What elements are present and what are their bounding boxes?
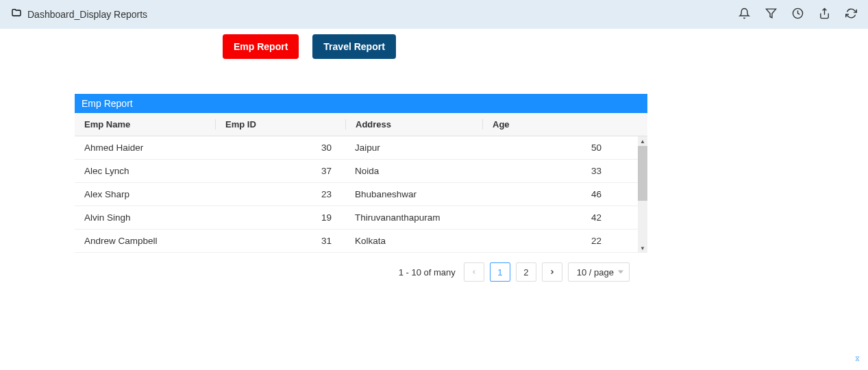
cell-addr: Thiruvananthapuram bbox=[345, 212, 482, 223]
refresh-icon[interactable] bbox=[845, 8, 857, 22]
cell-age: 33 bbox=[482, 166, 612, 176]
cell-id: 19 bbox=[215, 212, 345, 223]
clock-icon[interactable] bbox=[792, 8, 804, 22]
cell-addr: Jaipur bbox=[345, 143, 482, 153]
table-row: Alex Sharp 23 Bhubaneshwar 46 bbox=[75, 183, 638, 206]
cell-addr: Bhubaneshwar bbox=[345, 189, 482, 199]
cell-addr: Kolkata bbox=[345, 236, 482, 246]
col-header-age[interactable]: Age bbox=[482, 119, 612, 130]
table-rows: Ahmed Haider 30 Jaipur 50 Alec Lynch 37 … bbox=[75, 136, 638, 253]
pager-page-1[interactable]: 1 bbox=[490, 262, 510, 282]
cell-id: 37 bbox=[215, 166, 345, 176]
share-icon[interactable] bbox=[819, 8, 830, 22]
table-row: Andrew Campbell 31 Kolkata 22 bbox=[75, 230, 638, 253]
col-header-address[interactable]: Address bbox=[345, 119, 482, 130]
filter-icon[interactable] bbox=[765, 8, 777, 22]
cell-id: 23 bbox=[215, 189, 345, 199]
cell-name: Alec Lynch bbox=[75, 166, 215, 176]
col-header-name[interactable]: Emp Name bbox=[75, 119, 215, 130]
table-row: Alvin Singh 19 Thiruvananthapuram 42 bbox=[75, 206, 638, 230]
pager-prev[interactable] bbox=[464, 262, 484, 282]
header-icons bbox=[739, 8, 857, 22]
travel-report-tab[interactable]: Travel Report bbox=[312, 34, 395, 59]
pager-size-label: 10 / page bbox=[577, 267, 614, 278]
emp-report-panel: Emp Report Emp Name Emp ID Address Age A… bbox=[75, 94, 647, 253]
cell-addr: Noida bbox=[345, 166, 482, 176]
tabs: Emp Report Travel Report bbox=[0, 29, 868, 59]
pager: 1 - 10 of many 1 2 10 / page bbox=[75, 253, 647, 282]
cell-age: 50 bbox=[482, 143, 612, 153]
corner-widget-icon[interactable]: ⧖ bbox=[855, 355, 860, 363]
cell-age: 22 bbox=[482, 236, 612, 246]
cell-id: 30 bbox=[215, 143, 345, 153]
col-header-id[interactable]: Emp ID bbox=[215, 119, 345, 130]
cell-age: 42 bbox=[482, 212, 612, 223]
scroll-up-icon[interactable]: ▲ bbox=[638, 136, 647, 146]
pager-page-2[interactable]: 2 bbox=[516, 262, 536, 282]
table-row: Ahmed Haider 30 Jaipur 50 bbox=[75, 136, 638, 160]
scroll-down-icon[interactable]: ▼ bbox=[638, 243, 647, 253]
panel-title: Emp Report bbox=[75, 94, 647, 113]
cell-id: 31 bbox=[215, 236, 345, 246]
svg-marker-0 bbox=[766, 9, 776, 18]
header-bar: Dashboard_Display Reports bbox=[0, 0, 868, 29]
pager-next[interactable] bbox=[542, 262, 562, 282]
cell-name: Andrew Campbell bbox=[75, 236, 215, 246]
chevron-left-icon bbox=[471, 267, 478, 278]
bell-icon[interactable] bbox=[739, 8, 750, 22]
table-header: Emp Name Emp ID Address Age bbox=[75, 113, 647, 136]
cell-name: Ahmed Haider bbox=[75, 143, 215, 153]
scroll-thumb[interactable] bbox=[638, 146, 647, 201]
scrollbar[interactable]: ▲ ▼ bbox=[638, 136, 647, 253]
emp-report-tab[interactable]: Emp Report bbox=[223, 34, 299, 59]
header-title: Dashboard_Display Reports bbox=[27, 9, 147, 20]
table-row: Alec Lynch 37 Noida 33 bbox=[75, 160, 638, 183]
cell-name: Alex Sharp bbox=[75, 189, 215, 199]
pager-size-select[interactable]: 10 / page bbox=[568, 262, 630, 282]
chevron-right-icon bbox=[549, 267, 556, 278]
cell-name: Alvin Singh bbox=[75, 212, 215, 223]
folder-icon bbox=[11, 8, 22, 21]
header-left: Dashboard_Display Reports bbox=[11, 8, 147, 21]
cell-age: 46 bbox=[482, 189, 612, 199]
pager-range: 1 - 10 of many bbox=[399, 267, 456, 278]
table-body: Ahmed Haider 30 Jaipur 50 Alec Lynch 37 … bbox=[75, 136, 647, 253]
